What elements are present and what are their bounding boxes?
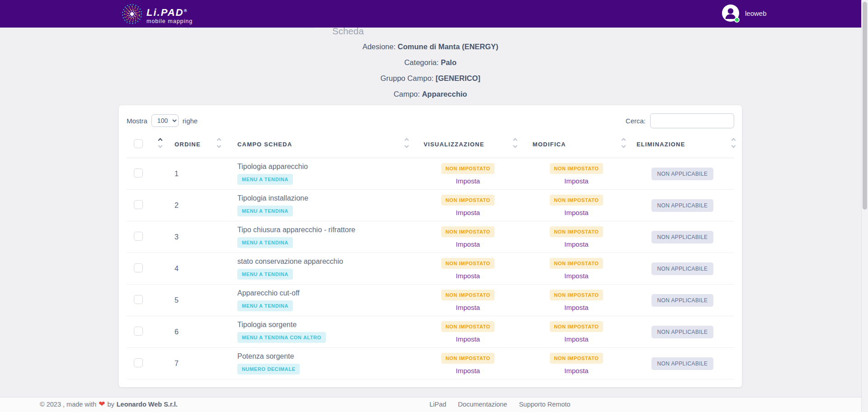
field-name: Tipologia installazione [237,194,414,202]
modifica-status-badge: NON IMPOSTATO [550,195,604,206]
column-header-ordine[interactable]: ORDINE [175,141,201,148]
sort-control[interactable] [159,139,162,147]
modifica-imposta-link[interactable]: Imposta [522,240,631,248]
modifica-imposta-link[interactable]: Imposta [522,209,631,216]
meta-categoria: Categoria: Palo [119,58,742,67]
visualizzazione-imposta-link[interactable]: Imposta [414,304,522,311]
logo-title: Li.PAD® [146,7,188,18]
table-row: 6 Tipologia sorgente MENU A TENDINA CON … [127,316,734,348]
visualizzazione-imposta-link[interactable]: Imposta [414,272,522,280]
modifica-status-badge: NON IMPOSTATO [550,290,604,300]
sort-control[interactable] [217,139,221,147]
app-logo[interactable]: Li.PAD® mobile mapping [121,3,193,27]
table-card: Mostra 100 righe Cerca: ORDINE [119,105,742,387]
table-row: 1 Tipologia apparecchio MENU A TENDINA N… [127,158,734,190]
sort-control[interactable] [732,139,735,147]
sort-descending-icon[interactable] [622,144,626,148]
field-name: Tipo chiusura apparecchio - rifrattore [237,226,414,234]
page-scrollbar[interactable] [861,0,868,412]
column-header-modifica[interactable]: MODIFICA [533,141,566,148]
sort-ascending-icon[interactable] [405,138,409,143]
meta-gruppo-campo: Gruppo Campo: [GENERICO] [119,74,742,83]
length-prefix-label: Mostra [127,117,147,125]
eliminazione-status-badge: NON APPLICABILE [651,357,713,370]
visualizzazione-imposta-link[interactable]: Imposta [414,177,522,185]
column-header-visualizzazione[interactable]: VISUALIZZAZIONE [424,141,484,148]
modifica-imposta-link[interactable]: Imposta [522,304,631,311]
visualizzazione-imposta-link[interactable]: Imposta [414,240,522,248]
sort-control[interactable] [405,139,408,147]
modifica-imposta-link[interactable]: Imposta [522,177,631,185]
sort-descending-icon[interactable] [405,144,409,148]
row-checkbox[interactable] [134,200,143,209]
sort-descending-icon[interactable] [217,144,222,148]
column-header-eliminazione[interactable]: ELIMINAZIONE [637,141,685,148]
modifica-status-badge: NON IMPOSTATO [550,321,604,332]
row-checkbox[interactable] [134,263,143,272]
modifica-imposta-link[interactable]: Imposta [522,272,631,280]
row-order: 4 [175,265,179,272]
page-footer: © 2023 , made with ❤ by Leonardo Web S.r… [0,397,861,412]
visualizzazione-status-badge: NON IMPOSTATO [441,163,495,174]
registered-mark: ® [184,8,188,13]
column-header-campo-scheda[interactable]: CAMPO SCHEDA [237,141,292,148]
modifica-imposta-link[interactable]: Imposta [522,335,631,343]
sort-ascending-icon[interactable] [513,138,518,143]
page-length-control: Mostra 100 righe [127,114,198,127]
username-label: leoweb [745,9,767,17]
row-checkbox[interactable] [134,327,143,336]
select-all-checkbox[interactable] [134,139,143,148]
table-row: 5 Apparecchio cut-off MENU A TENDINA NON… [127,285,734,316]
row-checkbox[interactable] [134,358,143,367]
heart-icon: ❤ [99,401,105,407]
field-type-badge: MENU A TENDINA [237,206,293,216]
row-order: 5 [175,296,179,304]
search-label: Cerca: [626,117,646,125]
footer-link-documentazione[interactable]: Documentazione [458,401,507,408]
table-row: 2 Tipologia installazione MENU A TENDINA… [127,190,734,221]
sort-control[interactable] [622,139,625,147]
company-name: Leonardo Web S.r.l. [117,401,178,408]
row-checkbox[interactable] [134,169,143,178]
context-info: Adesione: Comune di Manta (ENERGY) Categ… [119,42,742,99]
sort-descending-icon[interactable] [731,144,736,148]
field-type-badge: NUMERO DECIMALE [237,364,300,375]
visualizzazione-status-badge: NON IMPOSTATO [441,290,495,300]
visualizzazione-status-badge: NON IMPOSTATO [441,353,495,364]
logo-subtitle: mobile mapping [146,18,193,24]
visualizzazione-imposta-link[interactable]: Imposta [414,367,522,375]
search-input[interactable] [650,113,734,128]
row-order: 1 [175,170,179,178]
footer-link-lipad[interactable]: LiPad [429,401,446,408]
modifica-status-badge: NON IMPOSTATO [550,226,604,237]
user-menu[interactable]: leoweb [722,5,767,22]
page-length-select[interactable]: 100 [151,114,179,127]
modifica-imposta-link[interactable]: Imposta [522,367,631,375]
footer-link-supporto-remoto[interactable]: Supporto Remoto [519,401,571,408]
field-type-badge: MENU A TENDINA [237,237,293,248]
row-checkbox[interactable] [134,232,143,241]
visualizzazione-status-badge: NON IMPOSTATO [441,195,495,206]
sort-ascending-icon[interactable] [217,138,222,143]
table-row: 3 Tipo chiusura apparecchio - rifrattore… [127,221,734,253]
scrollbar-thumb[interactable] [863,2,867,210]
eliminazione-status-badge: NON APPLICABILE [651,326,713,338]
sort-ascending-icon[interactable] [731,138,736,143]
sort-descending-icon[interactable] [513,144,518,148]
row-checkbox[interactable] [134,295,143,304]
logo-starburst-icon [121,3,143,27]
eliminazione-status-badge: NON APPLICABILE [651,168,713,180]
eliminazione-status-badge: NON APPLICABILE [651,199,713,212]
visualizzazione-imposta-link[interactable]: Imposta [414,335,522,343]
table-row: 7 Potenza sorgente NUMERO DECIMALE NON I… [127,348,734,379]
sort-ascending-icon[interactable] [622,138,626,143]
sort-ascending-icon[interactable] [158,138,163,143]
sort-control[interactable] [514,139,517,147]
visualizzazione-imposta-link[interactable]: Imposta [414,209,522,216]
online-status-dot [734,17,740,23]
table-header-row: ORDINE CAMPO SCHEDA VISUALIZZAZIONE [127,133,734,158]
field-type-badge: MENU A TENDINA [237,300,293,311]
eliminazione-status-badge: NON APPLICABILE [651,294,713,307]
visualizzazione-status-badge: NON IMPOSTATO [441,258,495,269]
sort-descending-icon[interactable] [158,144,163,148]
